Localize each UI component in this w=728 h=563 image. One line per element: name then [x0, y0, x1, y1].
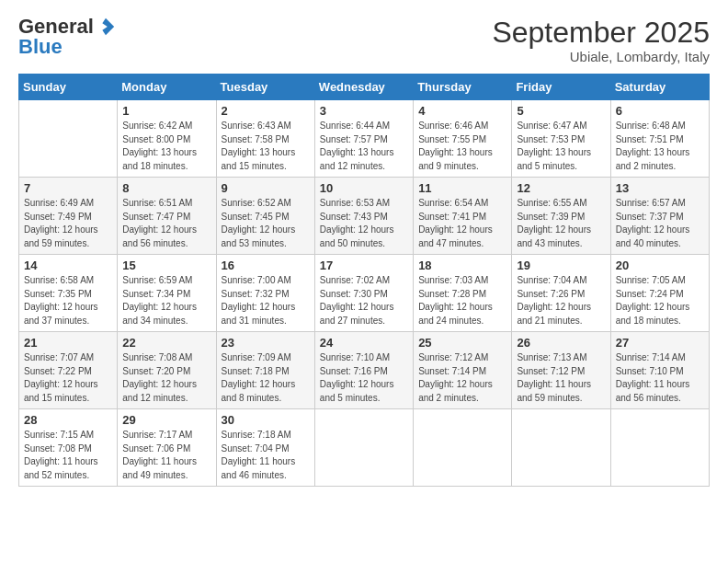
calendar-cell: 16Sunrise: 7:00 AM Sunset: 7:32 PM Dayli…: [216, 255, 314, 332]
calendar-cell: [314, 409, 413, 487]
calendar-header-cell: Tuesday: [216, 75, 314, 100]
day-number: 2: [222, 104, 310, 118]
calendar-cell: 24Sunrise: 7:10 AM Sunset: 7:16 PM Dayli…: [314, 332, 413, 409]
day-number: 23: [222, 336, 310, 350]
calendar-cell: [19, 100, 118, 178]
calendar-cell: 2Sunrise: 6:43 AM Sunset: 7:58 PM Daylig…: [216, 100, 314, 178]
day-info: Sunrise: 7:07 AM Sunset: 7:22 PM Dayligh…: [24, 351, 112, 405]
day-number: 12: [517, 181, 605, 195]
calendar-header-cell: Thursday: [414, 75, 512, 100]
calendar-body: 1Sunrise: 6:42 AM Sunset: 8:00 PM Daylig…: [19, 100, 710, 487]
day-info: Sunrise: 7:14 AM Sunset: 7:10 PM Dayligh…: [616, 351, 704, 405]
day-info: Sunrise: 6:42 AM Sunset: 8:00 PM Dayligh…: [122, 120, 210, 173]
calendar-cell: 25Sunrise: 7:12 AM Sunset: 7:14 PM Dayli…: [414, 332, 512, 409]
calendar-cell: 21Sunrise: 7:07 AM Sunset: 7:22 PM Dayli…: [19, 332, 118, 409]
day-info: Sunrise: 6:53 AM Sunset: 7:43 PM Dayligh…: [320, 197, 408, 250]
calendar-cell: 11Sunrise: 6:54 AM Sunset: 7:41 PM Dayli…: [414, 178, 512, 255]
day-info: Sunrise: 7:18 AM Sunset: 7:04 PM Dayligh…: [222, 429, 310, 482]
day-number: 11: [418, 181, 506, 195]
calendar-week-row: 14Sunrise: 6:58 AM Sunset: 7:35 PM Dayli…: [19, 255, 710, 332]
day-number: 15: [122, 259, 210, 272]
day-number: 6: [616, 104, 704, 118]
calendar-cell: 1Sunrise: 6:42 AM Sunset: 8:00 PM Daylig…: [118, 100, 216, 178]
day-number: 24: [320, 336, 408, 350]
subtitle: Ubiale, Lombardy, Italy: [492, 49, 710, 64]
day-info: Sunrise: 6:59 AM Sunset: 7:34 PM Dayligh…: [122, 274, 210, 327]
calendar-cell: 12Sunrise: 6:55 AM Sunset: 7:39 PM Dayli…: [512, 178, 610, 255]
calendar-cell: 22Sunrise: 7:08 AM Sunset: 7:20 PM Dayli…: [118, 332, 216, 409]
calendar-cell: 9Sunrise: 6:52 AM Sunset: 7:45 PM Daylig…: [216, 178, 314, 255]
calendar-cell: 3Sunrise: 6:44 AM Sunset: 7:57 PM Daylig…: [314, 100, 413, 178]
main-title: September 2025: [492, 17, 710, 49]
calendar-cell: 8Sunrise: 6:51 AM Sunset: 7:47 PM Daylig…: [118, 178, 216, 255]
day-info: Sunrise: 7:05 AM Sunset: 7:24 PM Dayligh…: [616, 274, 704, 327]
day-number: 10: [320, 181, 408, 195]
day-info: Sunrise: 7:10 AM Sunset: 7:16 PM Dayligh…: [320, 351, 408, 405]
day-info: Sunrise: 6:54 AM Sunset: 7:41 PM Dayligh…: [418, 197, 506, 250]
day-info: Sunrise: 6:44 AM Sunset: 7:57 PM Dayligh…: [320, 120, 408, 173]
day-info: Sunrise: 6:48 AM Sunset: 7:51 PM Dayligh…: [616, 120, 704, 173]
day-info: Sunrise: 7:17 AM Sunset: 7:06 PM Dayligh…: [122, 429, 210, 482]
logo: General Blue: [18, 17, 116, 57]
calendar-header-cell: Sunday: [19, 75, 118, 100]
day-number: 26: [517, 336, 605, 350]
title-block: September 2025 Ubiale, Lombardy, Italy: [492, 17, 710, 64]
day-info: Sunrise: 6:52 AM Sunset: 7:45 PM Dayligh…: [222, 197, 310, 250]
day-number: 30: [222, 413, 310, 427]
day-info: Sunrise: 6:51 AM Sunset: 7:47 PM Dayligh…: [122, 197, 210, 250]
calendar-header-cell: Friday: [512, 75, 610, 100]
day-number: 1: [122, 104, 210, 118]
day-number: 14: [24, 259, 112, 272]
day-info: Sunrise: 6:46 AM Sunset: 7:55 PM Dayligh…: [418, 120, 506, 173]
calendar-cell: 27Sunrise: 7:14 AM Sunset: 7:10 PM Dayli…: [610, 332, 709, 409]
day-number: 13: [616, 181, 704, 195]
calendar-cell: 23Sunrise: 7:09 AM Sunset: 7:18 PM Dayli…: [216, 332, 314, 409]
day-number: 3: [320, 104, 408, 118]
page: General Blue September 2025 Ubiale, Lomb…: [0, 0, 728, 563]
day-number: 5: [517, 104, 605, 118]
day-number: 4: [418, 104, 506, 118]
day-number: 18: [418, 259, 506, 272]
calendar-cell: 4Sunrise: 6:46 AM Sunset: 7:55 PM Daylig…: [414, 100, 512, 178]
calendar-cell: 13Sunrise: 6:57 AM Sunset: 7:37 PM Dayli…: [610, 178, 709, 255]
day-number: 22: [122, 336, 210, 350]
calendar-cell: 29Sunrise: 7:17 AM Sunset: 7:06 PM Dayli…: [118, 409, 216, 487]
calendar-cell: 6Sunrise: 6:48 AM Sunset: 7:51 PM Daylig…: [610, 100, 709, 178]
calendar-header-row: SundayMondayTuesdayWednesdayThursdayFrid…: [19, 75, 710, 100]
calendar-table: SundayMondayTuesdayWednesdayThursdayFrid…: [18, 74, 710, 487]
calendar-cell: 18Sunrise: 7:03 AM Sunset: 7:28 PM Dayli…: [414, 255, 512, 332]
day-number: 7: [24, 181, 112, 195]
calendar-cell: 14Sunrise: 6:58 AM Sunset: 7:35 PM Dayli…: [19, 255, 118, 332]
day-number: 20: [616, 259, 704, 272]
day-info: Sunrise: 6:47 AM Sunset: 7:53 PM Dayligh…: [517, 120, 605, 173]
header: General Blue September 2025 Ubiale, Lomb…: [18, 17, 710, 64]
day-info: Sunrise: 7:08 AM Sunset: 7:20 PM Dayligh…: [122, 351, 210, 405]
calendar-cell: 5Sunrise: 6:47 AM Sunset: 7:53 PM Daylig…: [512, 100, 610, 178]
calendar-cell: 17Sunrise: 7:02 AM Sunset: 7:30 PM Dayli…: [314, 255, 413, 332]
svg-marker-0: [102, 18, 114, 35]
day-number: 25: [418, 336, 506, 350]
calendar-cell: 15Sunrise: 6:59 AM Sunset: 7:34 PM Dayli…: [118, 255, 216, 332]
logo-general-text: General: [18, 17, 94, 37]
calendar-cell: [414, 409, 512, 487]
day-info: Sunrise: 7:15 AM Sunset: 7:08 PM Dayligh…: [24, 429, 112, 482]
day-info: Sunrise: 7:12 AM Sunset: 7:14 PM Dayligh…: [418, 351, 506, 405]
calendar-week-row: 21Sunrise: 7:07 AM Sunset: 7:22 PM Dayli…: [19, 332, 710, 409]
day-number: 28: [24, 413, 112, 427]
calendar-cell: 19Sunrise: 7:04 AM Sunset: 7:26 PM Dayli…: [512, 255, 610, 332]
day-info: Sunrise: 6:43 AM Sunset: 7:58 PM Dayligh…: [222, 120, 310, 173]
day-info: Sunrise: 7:02 AM Sunset: 7:30 PM Dayligh…: [320, 274, 408, 327]
day-info: Sunrise: 6:57 AM Sunset: 7:37 PM Dayligh…: [616, 197, 704, 250]
day-info: Sunrise: 7:09 AM Sunset: 7:18 PM Dayligh…: [222, 351, 310, 405]
day-number: 16: [222, 259, 310, 272]
calendar-cell: 28Sunrise: 7:15 AM Sunset: 7:08 PM Dayli…: [19, 409, 118, 487]
day-info: Sunrise: 6:55 AM Sunset: 7:39 PM Dayligh…: [517, 197, 605, 250]
day-number: 8: [122, 181, 210, 195]
day-info: Sunrise: 7:03 AM Sunset: 7:28 PM Dayligh…: [418, 274, 506, 327]
calendar-week-row: 7Sunrise: 6:49 AM Sunset: 7:49 PM Daylig…: [19, 178, 710, 255]
calendar-cell: 7Sunrise: 6:49 AM Sunset: 7:49 PM Daylig…: [19, 178, 118, 255]
calendar-cell: 20Sunrise: 7:05 AM Sunset: 7:24 PM Dayli…: [610, 255, 709, 332]
calendar-cell: [512, 409, 610, 487]
calendar-header-cell: Saturday: [610, 75, 709, 100]
calendar-header-cell: Monday: [118, 75, 216, 100]
